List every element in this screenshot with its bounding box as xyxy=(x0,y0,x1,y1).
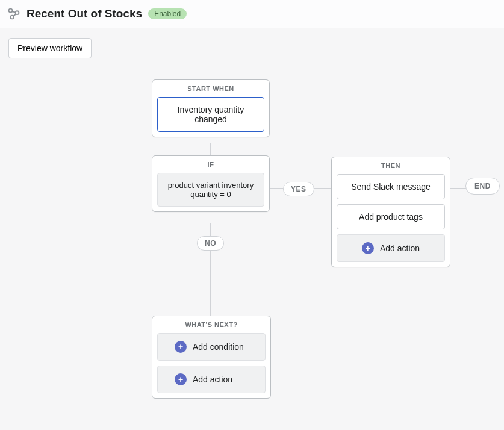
svg-line-3 xyxy=(12,11,16,12)
svg-line-4 xyxy=(13,14,16,16)
add-action-label: Add action xyxy=(193,375,232,384)
whats-next-card[interactable]: WHAT'S NEXT? + Add condition + Add actio… xyxy=(152,316,271,399)
workflow-icon xyxy=(7,7,20,20)
page-title: Recent Out of Stocks xyxy=(26,7,142,20)
plus-icon: + xyxy=(362,242,374,254)
trigger-slot[interactable]: Inventory quantity changed xyxy=(157,97,264,132)
workflow-canvas: START WHEN Inventory quantity changed IF… xyxy=(0,30,504,430)
no-pill: NO xyxy=(197,236,224,251)
action-slot-slack[interactable]: Send Slack message xyxy=(337,174,445,199)
add-condition-label: Add condition xyxy=(193,342,244,352)
start-when-card[interactable]: START WHEN Inventory quantity changed xyxy=(152,79,270,137)
start-when-label: START WHEN xyxy=(152,80,269,97)
add-action-label: Add action xyxy=(380,243,420,253)
if-label: IF xyxy=(152,156,269,173)
status-badge: Enabled xyxy=(148,8,187,19)
add-condition-button[interactable]: + Add condition xyxy=(157,333,266,361)
svg-point-0 xyxy=(9,9,13,13)
then-label: THEN xyxy=(332,157,450,174)
plus-icon: + xyxy=(175,373,187,385)
whats-next-label: WHAT'S NEXT? xyxy=(152,316,270,333)
if-card[interactable]: IF product variant inventory quantity = … xyxy=(152,155,270,212)
svg-point-1 xyxy=(16,11,19,14)
yes-pill: YES xyxy=(283,182,314,196)
page-header: Recent Out of Stocks Enabled xyxy=(0,0,504,28)
then-card[interactable]: THEN Send Slack message Add product tags… xyxy=(331,157,450,267)
add-action-button-next[interactable]: + Add action xyxy=(157,366,266,393)
add-action-button-then[interactable]: + Add action xyxy=(337,234,445,262)
condition-slot[interactable]: product variant inventory quantity = 0 xyxy=(157,173,264,207)
action-slot-tags[interactable]: Add product tags xyxy=(337,204,445,229)
end-pill: END xyxy=(465,178,500,195)
plus-icon: + xyxy=(175,341,187,353)
